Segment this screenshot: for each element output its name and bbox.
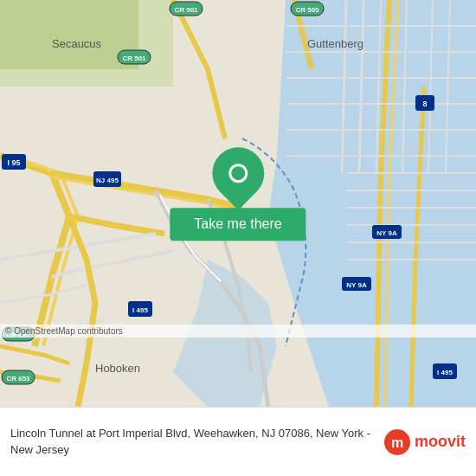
copyright-text: © OpenStreetMap contributors <box>5 326 123 336</box>
svg-text:CR 501: CR 501 <box>174 6 198 14</box>
svg-text:I 95: I 95 <box>7 158 20 167</box>
svg-text:m: m <box>391 435 403 450</box>
svg-text:8: 8 <box>422 100 427 108</box>
svg-text:CR 501: CR 501 <box>122 55 146 62</box>
moovit-text: moovit <box>415 433 466 451</box>
take-me-there-button[interactable]: Take me there <box>170 208 306 241</box>
moovit-logo: m moovit <box>383 428 466 456</box>
svg-text:NJ 495: NJ 495 <box>96 177 119 184</box>
map-view: I 95 NJ 495 CR 501 CR 505 CR 501 NY 9A N… <box>0 0 476 407</box>
svg-text:Guttenberg: Guttenberg <box>307 37 363 50</box>
svg-text:NY 9A: NY 9A <box>376 229 397 237</box>
location-pin <box>202 137 275 210</box>
address-text: Lincoln Tunnel at Port Imperial Blvd, We… <box>10 426 375 457</box>
svg-text:CR 653: CR 653 <box>6 375 30 383</box>
svg-text:Secaucus: Secaucus <box>52 37 102 50</box>
svg-text:I 495: I 495 <box>437 369 453 376</box>
button-overlay: Take me there <box>170 147 306 241</box>
svg-text:CR 505: CR 505 <box>295 6 319 14</box>
svg-text:Hoboken: Hoboken <box>95 362 140 375</box>
bottom-bar: Lincoln Tunnel at Port Imperial Blvd, We… <box>0 407 476 476</box>
svg-text:NY 9A: NY 9A <box>346 281 367 289</box>
moovit-icon: m <box>383 428 411 456</box>
copyright-bar: © OpenStreetMap contributors <box>0 325 476 338</box>
svg-text:I 495: I 495 <box>132 306 148 314</box>
location-pin-inner <box>228 164 248 183</box>
